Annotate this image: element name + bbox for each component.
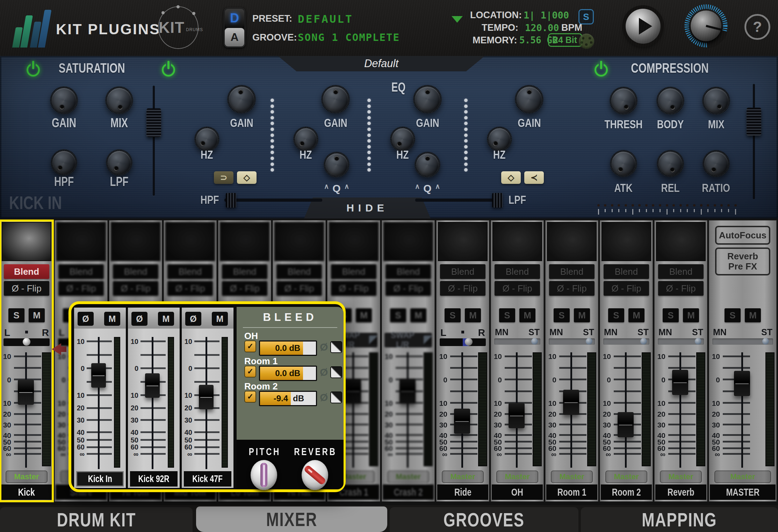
bleed-phase-icon[interactable]: Ø	[320, 391, 328, 403]
blend-button[interactable]: Blend	[222, 264, 267, 279]
tab-mapping[interactable]: MAPPING	[581, 507, 778, 532]
eq-band3-q-knob[interactable]	[415, 152, 440, 178]
eq-band2-gain-knob[interactable]	[321, 85, 350, 114]
preset-value[interactable]: DEFAULT	[298, 13, 353, 25]
blend-button[interactable]: Blend	[276, 264, 322, 279]
eq-band4-gain-knob[interactable]	[515, 85, 543, 114]
compression-mix-knob[interactable]	[702, 87, 730, 115]
direct-ambient-toggle[interactable]: D A	[224, 8, 245, 48]
phase-flip-button[interactable]: Ø - Flip	[549, 281, 595, 296]
solo-button[interactable]: S	[663, 308, 679, 322]
blend-button[interactable]: Blend	[495, 264, 540, 279]
reverb-knob[interactable]	[302, 460, 328, 490]
mute-button[interactable]: M	[519, 308, 535, 322]
channel-name[interactable]: Ride	[437, 484, 488, 500]
mic-mute-button[interactable]: M	[104, 312, 120, 326]
channel-name[interactable]: Crash 2	[383, 484, 434, 500]
channel-name[interactable]: OH	[492, 484, 543, 500]
mute-button[interactable]: M	[410, 308, 426, 322]
phase-flip-button[interactable]: Ø - Flip	[167, 281, 213, 296]
eq-band3-gain-knob[interactable]	[413, 85, 442, 114]
phase-flip-button[interactable]: Ø - Flip	[4, 281, 49, 296]
compression-thresh-knob[interactable]	[610, 87, 637, 115]
master-route-button[interactable]: Master	[387, 470, 429, 483]
compression-makeup-fader-handle[interactable]	[747, 108, 761, 136]
fader-handle[interactable]	[563, 390, 579, 415]
phase-flip-button[interactable]: Ø - Flip	[222, 281, 267, 296]
mic-name-button[interactable]: Kick 47F	[184, 471, 231, 487]
master-route-button[interactable]: Master	[551, 470, 593, 483]
phase-flip-button[interactable]: Ø - Flip	[658, 281, 704, 296]
phase-flip-button[interactable]: Ø - Flip	[386, 281, 431, 296]
phase-flip-button[interactable]: Ø - Flip	[604, 281, 649, 296]
bleed-enable-checkbox[interactable]: ✓	[244, 366, 256, 378]
width-handle[interactable]	[695, 338, 701, 345]
width-slider[interactable]	[603, 338, 649, 345]
bleed-phase-icon[interactable]: Ø	[320, 341, 328, 353]
master-route-button[interactable]: Master	[6, 470, 48, 483]
hide-fx-button[interactable]: HIDE	[304, 197, 431, 218]
blend-button[interactable]: Blend	[113, 264, 158, 279]
mic-mute-button[interactable]: M	[212, 312, 228, 326]
bleed-level-slider[interactable]: -9.4dB	[259, 391, 317, 406]
blend-button[interactable]: Blend	[167, 264, 213, 279]
mute-button[interactable]: M	[745, 308, 761, 322]
bleed-enable-checkbox[interactable]: ✓	[244, 340, 256, 352]
saturation-gain-knob[interactable]	[50, 86, 78, 114]
eq-hpf-slider-handle[interactable]	[226, 193, 236, 208]
width-slider[interactable]	[494, 338, 540, 345]
width-handle[interactable]	[640, 338, 647, 345]
dropdown-arrow-icon[interactable]	[452, 16, 463, 23]
pan-slider[interactable]	[440, 338, 486, 346]
master-route-button[interactable]: Master	[496, 470, 538, 483]
blend-button[interactable]: Blend	[658, 264, 704, 279]
groove-value[interactable]: SONG 1 COMPLETE	[298, 31, 400, 43]
saturation-hpf-knob[interactable]	[51, 149, 77, 176]
q-up-arrow[interactable]: ∧	[435, 182, 440, 190]
bit-depth-badge[interactable]: 24 Bit	[548, 33, 582, 47]
blend-button[interactable]: Blend	[331, 264, 376, 279]
width-slider[interactable]	[549, 338, 595, 345]
mic-phase-button[interactable]: Ø	[78, 312, 94, 326]
tab-mixer[interactable]: MIXER	[196, 506, 387, 532]
width-slider[interactable]	[712, 338, 773, 345]
q-up-arrow[interactable]: ∧	[344, 182, 350, 190]
master-route-button[interactable]: Master	[660, 470, 702, 483]
mute-button[interactable]: M	[465, 308, 481, 322]
mic-name-button[interactable]: Kick 92R	[130, 471, 178, 487]
fader-handle[interactable]	[345, 379, 361, 404]
saturation-lpf-knob[interactable]	[106, 149, 132, 176]
master-volume-knob[interactable]	[684, 3, 728, 48]
phase-flip-button[interactable]: Ø - Flip	[58, 281, 104, 296]
bleed-route-icon[interactable]	[330, 391, 342, 403]
help-button[interactable]: ?	[744, 14, 770, 40]
eq-band2-q-knob[interactable]	[324, 152, 350, 178]
tab-drum-kit[interactable]: DRUM KIT	[0, 507, 193, 532]
mute-button[interactable]: M	[574, 308, 590, 322]
channel-name[interactable]: Kick	[1, 484, 52, 500]
blend-button[interactable]: Blend	[386, 264, 431, 279]
fader-handle[interactable]	[454, 409, 470, 434]
fx-preset-name[interactable]: Default	[278, 56, 485, 71]
compression-power-button[interactable]	[592, 61, 610, 79]
pan-handle[interactable]	[465, 338, 473, 346]
solo-button[interactable]: S	[499, 308, 515, 322]
phase-flip-button[interactable]: Ø - Flip	[276, 281, 322, 296]
saturation-mix-knob[interactable]	[105, 86, 133, 114]
master-route-button[interactable]: Master	[442, 470, 484, 483]
bleed-route-icon[interactable]	[330, 341, 342, 353]
compression-rel-knob[interactable]	[657, 150, 684, 177]
blend-button[interactable]: Blend	[4, 264, 49, 279]
fader-handle[interactable]	[509, 403, 525, 428]
fader-handle[interactable]	[734, 371, 750, 396]
blend-button[interactable]: Blend	[58, 264, 104, 279]
play-button[interactable]	[626, 9, 661, 44]
master-route-button[interactable]: Master	[714, 470, 771, 483]
width-slider[interactable]	[658, 338, 704, 345]
channel-name[interactable]: Reverb	[655, 484, 706, 500]
phase-flip-button[interactable]: Ø - Flip	[440, 281, 485, 296]
fader-handle[interactable]	[145, 373, 160, 398]
width-handle[interactable]	[762, 338, 769, 345]
saturation-drive-fader-handle[interactable]	[146, 108, 161, 137]
width-handle[interactable]	[531, 338, 538, 345]
